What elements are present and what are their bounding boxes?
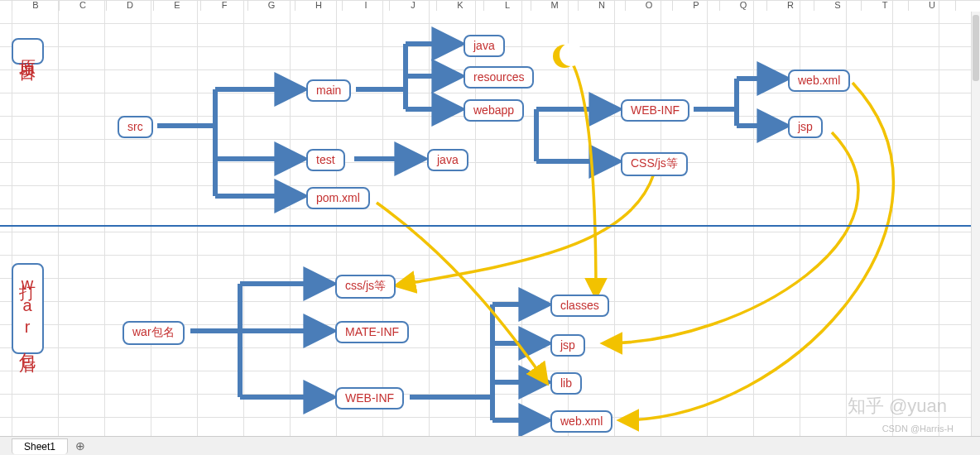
node-main-java: java [464, 35, 505, 57]
node-cssjs-top: CSS/js等 [621, 152, 688, 176]
node-webinf: WEB-INF [621, 99, 689, 122]
add-sheet-icon[interactable]: ⊕ [71, 439, 89, 453]
node-main-webapp: webapp [464, 99, 524, 122]
node-main: main [306, 79, 351, 102]
node-main-resources: resources [464, 66, 534, 89]
watermark-csdn: CSDN @Harris-H [882, 424, 954, 433]
section-label-war: 打war包后 [12, 263, 44, 354]
node-jsp-top: jsp [788, 116, 823, 138]
node-test-java: java [427, 149, 468, 171]
sheet-tab[interactable]: Sheet1 [12, 438, 68, 454]
sheet-tab-bar: Sheet1 ⊕ [0, 436, 980, 455]
node-jsp-bottom: jsp [550, 334, 585, 357]
node-lib: lib [550, 372, 582, 395]
node-classes: classes [550, 295, 609, 317]
section-divider [0, 225, 980, 227]
node-cssjs-bottom: css/js等 [335, 275, 396, 299]
node-test: test [306, 149, 345, 171]
watermark-zhihu: 知乎 @yuan [848, 394, 947, 419]
moon-icon [553, 45, 576, 68]
node-mateinf: MATE-INF [335, 321, 409, 343]
section-label-original: 原项目 [12, 38, 44, 65]
node-webxml-bottom: web.xml [550, 410, 612, 433]
node-pom: pom.xml [306, 187, 370, 209]
node-webxml-top: web.xml [788, 69, 850, 92]
vertical-scrollbar[interactable] [971, 12, 980, 437]
node-src: src [118, 116, 153, 138]
node-war: war包名 [122, 321, 185, 345]
node-webinf-bottom: WEB-INF [335, 387, 404, 410]
column-headers: BCDE FGHI JKLM NOPQ RSTU [0, 0, 980, 11]
